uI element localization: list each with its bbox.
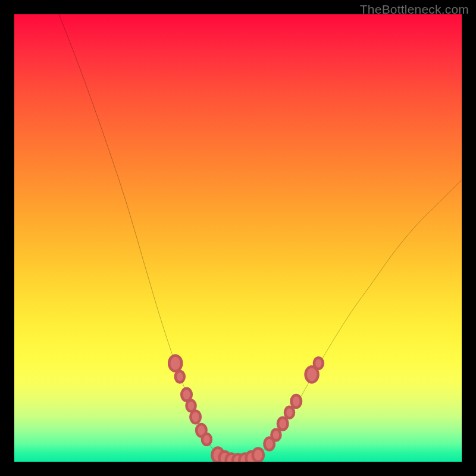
- plot-area: [14, 14, 462, 462]
- curve-marker: [285, 407, 294, 418]
- curve-marker: [176, 371, 184, 383]
- curve-marker: [278, 418, 288, 430]
- curve-marker: [190, 411, 201, 423]
- watermark-text: TheBottleneck.com: [360, 2, 469, 17]
- curve-marker: [169, 355, 181, 371]
- curve-marker: [253, 448, 264, 462]
- curve-markers: [169, 355, 323, 462]
- bottleneck-curve: [59, 14, 462, 462]
- chart-svg: [14, 14, 462, 462]
- curve-marker: [291, 395, 301, 408]
- curve-marker: [271, 429, 280, 440]
- chart-frame: TheBottleneck.com: [0, 0, 476, 476]
- curve-marker: [181, 389, 192, 401]
- curve-marker: [202, 434, 211, 445]
- curve-marker: [314, 358, 323, 369]
